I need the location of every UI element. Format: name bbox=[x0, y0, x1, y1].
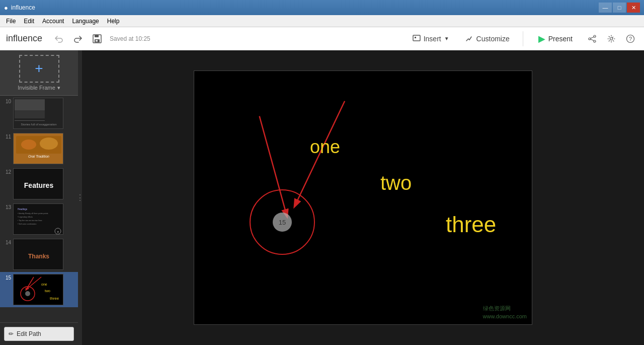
edit-path-button[interactable]: ✏ Edit Path bbox=[4, 327, 74, 341]
slide-item[interactable]: 10 Stories full of exaggeration bbox=[0, 96, 78, 131]
settings-icon bbox=[607, 34, 616, 43]
slide-item[interactable]: 14 Thanks bbox=[0, 237, 78, 272]
slide-thumbnail: Stories full of exaggeration bbox=[13, 98, 63, 129]
svg-text:one: one bbox=[41, 283, 47, 286]
menu-file[interactable]: File bbox=[2, 17, 20, 26]
thumb-12-svg: Features bbox=[14, 169, 63, 199]
menu-edit[interactable]: Edit bbox=[20, 17, 38, 26]
window-controls: — □ ✕ bbox=[599, 3, 640, 13]
titlebar: ● influence — □ ✕ bbox=[0, 0, 644, 15]
svg-point-24 bbox=[40, 137, 58, 150]
svg-text:• Identity, Brevity, all three: • Identity, Brevity, all three points po… bbox=[18, 213, 48, 215]
thumb-15-svg: one two three bbox=[14, 274, 63, 305]
slide-item[interactable]: 13 Headings • Identity, Brevity, all thr… bbox=[0, 201, 78, 237]
minimize-button[interactable]: — bbox=[599, 3, 612, 13]
frame-dropdown-icon: ▾ bbox=[57, 85, 60, 91]
customize-button[interactable]: Customize bbox=[459, 32, 516, 46]
share-icon bbox=[588, 34, 597, 43]
share-button[interactable] bbox=[585, 31, 600, 46]
svg-text:Features: Features bbox=[24, 181, 54, 189]
toolbar: influence Saved at 10:25 Insert ▼ Custom… bbox=[0, 27, 644, 50]
undo-button[interactable] bbox=[51, 31, 66, 46]
svg-line-9 bbox=[591, 37, 594, 38]
svg-point-23 bbox=[21, 140, 36, 150]
maximize-button[interactable]: □ bbox=[613, 3, 626, 13]
slide-circle: 15 bbox=[250, 189, 315, 255]
svg-text:Stories full of exaggeration: Stories full of exaggeration bbox=[21, 123, 56, 126]
add-frame-button[interactable]: + bbox=[19, 55, 59, 83]
help-icon: ? bbox=[626, 34, 635, 43]
app-name: influence bbox=[6, 33, 42, 44]
svg-point-42 bbox=[25, 291, 30, 296]
svg-point-6 bbox=[594, 35, 596, 37]
svg-rect-1 bbox=[95, 35, 99, 37]
frame-label[interactable]: Invisible Frame ▾ bbox=[18, 85, 60, 91]
settings-button[interactable] bbox=[604, 31, 619, 46]
insert-button[interactable]: Insert ▼ bbox=[407, 32, 455, 46]
slide-text-two: two bbox=[380, 172, 412, 194]
menu-language[interactable]: Language bbox=[68, 17, 103, 26]
slide-number: 10 bbox=[3, 98, 11, 104]
slide-canvas[interactable]: 15 one two three 绿色资源网 www.downcc.com bbox=[194, 71, 532, 325]
save-button[interactable] bbox=[90, 31, 105, 46]
svg-text:?: ? bbox=[629, 36, 632, 42]
svg-text:Headings: Headings bbox=[18, 208, 28, 211]
slide-list[interactable]: 10 Stories full of exaggeration 11 bbox=[0, 96, 78, 345]
main-area: + Invisible Frame ▾ 10 Stories full of e… bbox=[0, 50, 644, 345]
slide-item[interactable]: 12 Features bbox=[0, 166, 78, 201]
present-button[interactable]: ▶ Present bbox=[530, 30, 581, 47]
pencil-icon: ✏ bbox=[9, 330, 14, 337]
arrows-overlay bbox=[194, 71, 532, 324]
menu-account[interactable]: Account bbox=[38, 17, 68, 26]
redo-icon bbox=[73, 34, 83, 43]
svg-text:Oral Tradition: Oral Tradition bbox=[28, 155, 49, 158]
slide-item-active[interactable]: 15 bbox=[0, 272, 78, 307]
slide-text-one: one bbox=[310, 136, 340, 158]
insert-icon bbox=[413, 35, 421, 43]
svg-rect-18 bbox=[15, 120, 45, 121]
insert-dropdown-icon: ▼ bbox=[444, 36, 449, 41]
sidebar-resizer[interactable]: ⋮ bbox=[78, 50, 82, 345]
saved-status: Saved at 10:25 bbox=[110, 35, 150, 42]
thumb-14-svg: Thanks bbox=[14, 239, 63, 270]
svg-rect-3 bbox=[96, 40, 98, 41]
close-button[interactable]: ✕ bbox=[627, 3, 640, 13]
slide-item[interactable]: 11 Oral Tradition bbox=[0, 131, 78, 166]
menubar: File Edit Account Language Help bbox=[0, 15, 644, 27]
menu-help[interactable]: Help bbox=[103, 17, 124, 26]
slide-number: 14 bbox=[3, 239, 11, 245]
thumb-13-svg: Headings • Identity, Brevity, all three … bbox=[14, 204, 63, 235]
plus-icon: + bbox=[35, 60, 43, 77]
slide-thumbnail: Features bbox=[13, 168, 63, 199]
svg-text:Thanks: Thanks bbox=[28, 253, 49, 260]
play-icon: ▶ bbox=[538, 33, 545, 44]
thumb-11-svg: Oral Tradition bbox=[14, 133, 63, 164]
svg-line-10 bbox=[591, 39, 594, 41]
watermark: 绿色资源网 www.downcc.com bbox=[483, 305, 527, 320]
canvas-area: 15 one two three 绿色资源网 www.downcc.com bbox=[82, 50, 644, 345]
slide-text-three: three bbox=[446, 212, 496, 237]
svg-text:• Soft voice combination: • Soft voice combination bbox=[18, 223, 36, 225]
slide-number: 15 bbox=[3, 274, 11, 281]
svg-text:• Legendary effects: • Legendary effects bbox=[18, 216, 33, 218]
svg-text:three: three bbox=[50, 296, 59, 301]
frame-selector[interactable]: + Invisible Frame ▾ bbox=[0, 50, 78, 96]
window-title: influence bbox=[11, 4, 35, 11]
svg-text:two: two bbox=[45, 289, 50, 293]
thumb-10-svg: Stories full of exaggeration bbox=[14, 98, 63, 129]
app-icon: ● bbox=[4, 4, 8, 12]
svg-rect-5 bbox=[415, 37, 416, 38]
slide-thumbnail-active: one two three bbox=[13, 274, 63, 305]
slide-number: 11 bbox=[3, 133, 11, 140]
redo-button[interactable] bbox=[70, 31, 86, 46]
svg-text:• Top line can can two two lin: • Top line can can two two lines bbox=[18, 220, 42, 222]
circle-number: 15 bbox=[273, 213, 292, 232]
slide-number: 12 bbox=[3, 168, 11, 175]
svg-point-8 bbox=[594, 40, 596, 42]
slide-thumbnail: Oral Tradition bbox=[13, 133, 63, 164]
save-icon bbox=[92, 34, 102, 44]
svg-point-7 bbox=[589, 38, 591, 40]
help-button[interactable]: ? bbox=[623, 31, 638, 46]
svg-rect-4 bbox=[413, 35, 420, 41]
customize-icon bbox=[465, 35, 473, 43]
